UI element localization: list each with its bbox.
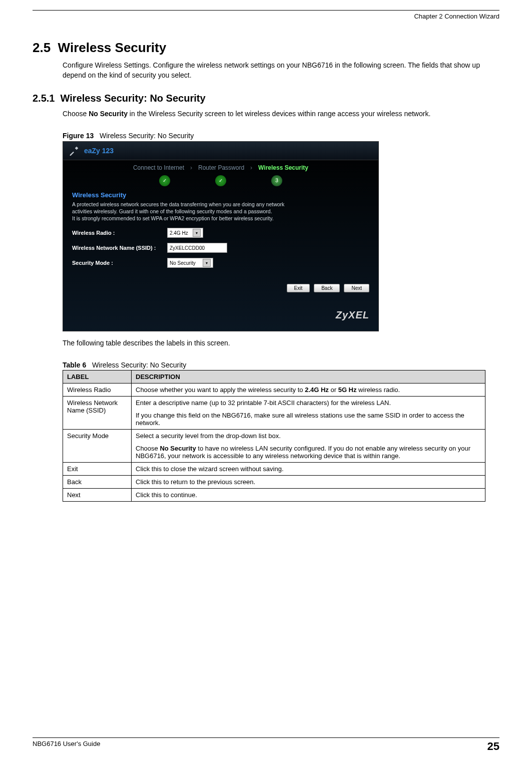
section-title: Wireless Security bbox=[58, 40, 167, 55]
ssid-input[interactable]: ZyXELCCDD00 bbox=[167, 243, 227, 253]
step-connect-internet: Connect to Internet bbox=[133, 164, 184, 171]
input-value: ZyXELCCDD00 bbox=[170, 245, 205, 251]
zyxel-logo: ZyXEL bbox=[63, 294, 378, 326]
table-cell-label: Back bbox=[63, 475, 132, 488]
security-mode-label: Security Mode : bbox=[72, 260, 167, 266]
screenshot-panel: eaZy 123 Connect to Internet › Router Pa… bbox=[63, 141, 379, 332]
table-cell-label: Wireless Network Name (SSID) bbox=[63, 396, 132, 429]
table-row: Wireless RadioChoose whether you want to… bbox=[63, 383, 485, 396]
table-header-label: LABEL bbox=[63, 370, 132, 383]
table-cell-description: Click this to continue. bbox=[132, 488, 485, 501]
chevron-right-icon: › bbox=[190, 164, 192, 171]
table-header-description: DESCRIPTION bbox=[132, 370, 485, 383]
page-number: 25 bbox=[487, 740, 499, 753]
select-value: 2.4G Hz bbox=[170, 230, 188, 236]
step-wireless-security: Wireless Security bbox=[258, 164, 308, 171]
subsection-number: 2.5.1 bbox=[33, 93, 55, 104]
table-cell-description: Enter a descriptive name (up to 32 print… bbox=[132, 396, 485, 429]
section-heading: 2.5 Wireless Security bbox=[33, 40, 499, 56]
table-row: BackClick this to return to the previous… bbox=[63, 475, 485, 488]
exit-button[interactable]: Exit bbox=[287, 284, 310, 292]
table-cell-description: Click this to return to the previous scr… bbox=[132, 475, 485, 488]
panel-description: A protected wireless network secures the… bbox=[72, 201, 287, 222]
table-number: Table 6 bbox=[63, 361, 86, 369]
security-mode-select[interactable]: No Security ▾ bbox=[167, 258, 213, 268]
subsection-title: Wireless Security: No Security bbox=[61, 93, 206, 104]
next-button[interactable]: Next bbox=[344, 284, 369, 292]
table-cell-description: Select a security level from the drop-do… bbox=[132, 429, 485, 462]
table-cell-label: Next bbox=[63, 488, 132, 501]
table-cell-description: Choose whether you want to apply the wir… bbox=[132, 383, 485, 396]
table-row: NextClick this to continue. bbox=[63, 488, 485, 501]
figure-caption: Figure 13 Wireless Security: No Security bbox=[63, 132, 499, 140]
table-cell-label: Security Mode bbox=[63, 429, 132, 462]
table-cell-label: Exit bbox=[63, 462, 132, 475]
chapter-header: Chapter 2 Connection Wizard bbox=[33, 13, 499, 20]
text: in the Wireless Security screen to let w… bbox=[128, 110, 430, 118]
section-intro: Configure Wireless Settings. Configure t… bbox=[63, 61, 494, 80]
table-cell-description: Click this to close the wizard screen wi… bbox=[132, 462, 485, 475]
step-router-password: Router Password bbox=[198, 164, 244, 171]
table-row: Wireless Network Name (SSID)Enter a desc… bbox=[63, 396, 485, 429]
wizard-brand: eaZy 123 bbox=[84, 147, 114, 155]
back-button[interactable]: Back bbox=[314, 284, 340, 292]
figure-title: Wireless Security: No Security bbox=[100, 132, 194, 140]
step-indicator-2 bbox=[215, 175, 226, 186]
table-intro: The following table describes the labels… bbox=[63, 338, 494, 348]
panel-title: Wireless Security bbox=[72, 191, 369, 199]
table-caption: Table 6 Wireless Security: No Security bbox=[63, 361, 499, 369]
wrench-icon bbox=[69, 146, 79, 156]
section-number: 2.5 bbox=[33, 40, 51, 55]
wireless-radio-select[interactable]: 2.4G Hz ▾ bbox=[167, 228, 203, 238]
description-table: LABEL DESCRIPTION Wireless RadioChoose w… bbox=[63, 370, 485, 502]
chevron-down-icon: ▾ bbox=[203, 259, 211, 267]
wireless-radio-label: Wireless Radio : bbox=[72, 230, 167, 236]
wizard-steps: Connect to Internet › Router Password › … bbox=[63, 160, 378, 173]
figure-number: Figure 13 bbox=[63, 132, 94, 140]
select-value: No Security bbox=[170, 260, 196, 266]
ssid-label: Wireless Network Name (SSID) : bbox=[72, 245, 167, 251]
text-bold: No Security bbox=[89, 110, 128, 118]
table-title: Wireless Security: No Security bbox=[92, 361, 186, 369]
step-indicator-1 bbox=[159, 175, 170, 186]
subsection-heading: 2.5.1 Wireless Security: No Security bbox=[33, 93, 499, 104]
table-cell-label: Wireless Radio bbox=[63, 383, 132, 396]
chevron-down-icon: ▾ bbox=[193, 229, 201, 237]
table-row: ExitClick this to close the wizard scree… bbox=[63, 462, 485, 475]
chevron-right-icon: › bbox=[250, 164, 252, 171]
table-row: Security ModeSelect a security level fro… bbox=[63, 429, 485, 462]
subsection-intro: Choose No Security in the Wireless Secur… bbox=[63, 109, 494, 119]
footer-guide: NBG6716 User's Guide bbox=[33, 740, 100, 753]
text: Choose bbox=[63, 110, 89, 118]
step-indicator-3: 3 bbox=[271, 175, 282, 186]
